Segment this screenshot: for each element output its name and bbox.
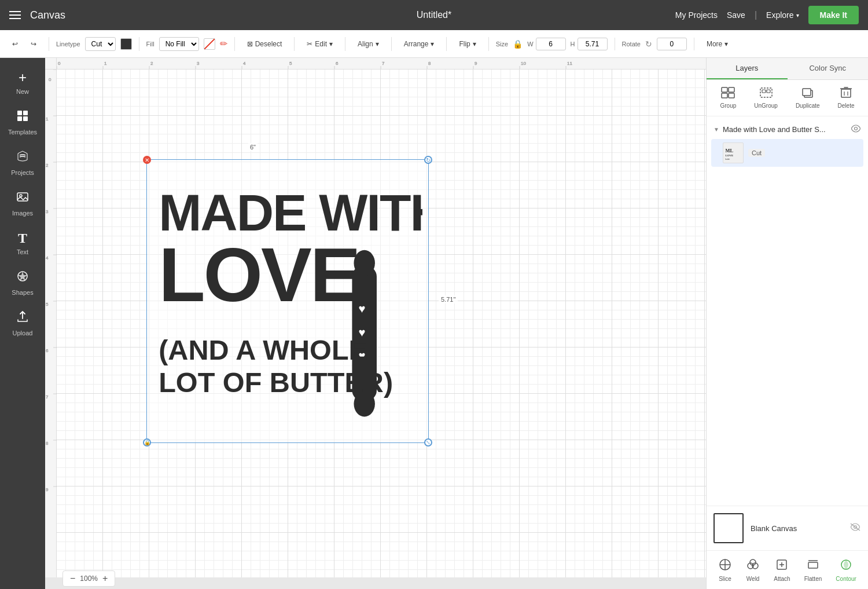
- design-element[interactable]: ✕ ↻ 🔒 ⤡ MADE WITH LOVE: [146, 159, 429, 443]
- svg-text:3: 3: [46, 209, 49, 214]
- handle-lock[interactable]: 🔒: [143, 438, 151, 447]
- svg-rect-0: [17, 111, 22, 115]
- sidebar-item-shapes[interactable]: Shapes: [0, 262, 45, 303]
- sidebar-item-projects-label: Projects: [11, 169, 34, 176]
- redo-button[interactable]: ↪: [25, 37, 42, 51]
- explore-button[interactable]: Explore ▾: [766, 10, 799, 20]
- deselect-button[interactable]: ⊠ Deselect: [242, 37, 288, 51]
- shapes-icon: [16, 269, 30, 287]
- arrange-chevron-icon: ▾: [431, 40, 434, 48]
- rotate-input[interactable]: [657, 38, 687, 50]
- deselect-group: ⊠ Deselect: [242, 37, 295, 51]
- sidebar-item-text[interactable]: T Text: [0, 224, 45, 262]
- svg-point-54: [354, 250, 374, 276]
- delete-button[interactable]: Delete: [833, 85, 859, 111]
- slice-button[interactable]: Slice: [713, 555, 737, 584]
- rotate-icon: ↻: [645, 39, 652, 49]
- handle-delete[interactable]: ✕: [143, 156, 151, 164]
- duplicate-icon: [801, 87, 815, 101]
- more-button[interactable]: More ▾: [701, 37, 733, 51]
- canvas-grid[interactable]: 6" ✕ ↻ 🔒 ⤡ MADE WITH: [57, 69, 706, 577]
- linetype-select[interactable]: Cut: [85, 37, 116, 51]
- svg-rect-1: [23, 111, 28, 115]
- sidebar-item-projects[interactable]: Projects: [0, 142, 45, 183]
- sidebar-item-new[interactable]: + New: [0, 63, 45, 102]
- lock-handle-icon: 🔒: [144, 440, 150, 445]
- flatten-button[interactable]: Flatten: [800, 555, 827, 584]
- sidebar-item-templates-label: Templates: [8, 129, 37, 136]
- undo-button[interactable]: ↩: [7, 37, 23, 51]
- fill-color-swatch[interactable]: [204, 38, 215, 50]
- handle-resize[interactable]: ⤡: [424, 438, 432, 447]
- rotate-handle-icon: ↻: [425, 157, 431, 163]
- attach-icon: [775, 558, 789, 575]
- svg-text:1: 1: [46, 116, 49, 122]
- tab-color-sync[interactable]: Color Sync: [788, 58, 869, 79]
- hamburger-menu[interactable]: [9, 11, 21, 19]
- linetype-color-swatch[interactable]: [120, 38, 132, 50]
- align-button[interactable]: Align ▾: [352, 37, 384, 51]
- zoom-in-button[interactable]: +: [100, 572, 110, 585]
- svg-rect-61: [722, 87, 727, 92]
- layer-thumbnail: ML LOVE butter: [723, 142, 744, 163]
- document-title[interactable]: Untitled*: [417, 10, 451, 20]
- svg-rect-64: [729, 93, 734, 98]
- duplicate-button[interactable]: Duplicate: [791, 85, 825, 111]
- canvas-area[interactable]: 0 1 2 3 4 5 6 7 8 9 10 11 0: [45, 58, 706, 589]
- zoom-out-button[interactable]: −: [68, 572, 78, 585]
- width-input[interactable]: [536, 38, 566, 50]
- layer-group-header[interactable]: ▼ Made with Love and Butter S...: [711, 121, 863, 138]
- sidebar-item-templates[interactable]: Templates: [0, 102, 45, 142]
- handle-rotate[interactable]: ↻: [424, 156, 432, 164]
- svg-text:5: 5: [289, 61, 292, 66]
- svg-text:7: 7: [382, 61, 385, 66]
- flip-group: Flip ▾: [454, 37, 488, 51]
- tab-layers[interactable]: Layers: [707, 58, 788, 79]
- sidebar-item-images[interactable]: Images: [0, 183, 45, 224]
- ungroup-button[interactable]: UnGroup: [749, 85, 782, 111]
- sidebar-item-images-label: Images: [12, 210, 33, 217]
- flip-button[interactable]: Flip ▾: [454, 37, 481, 51]
- weld-button[interactable]: Weld: [741, 555, 764, 584]
- layer-item[interactable]: ML LOVE butter Cut: [711, 139, 863, 167]
- layer-tree: ▼ Made with Love and Butter S... ML LOVE…: [707, 116, 868, 316]
- flip-chevron-icon: ▾: [473, 40, 476, 48]
- width-group: W: [527, 38, 565, 50]
- svg-text:0: 0: [49, 77, 52, 82]
- height-group: H: [571, 38, 608, 50]
- svg-rect-63: [722, 93, 727, 98]
- more-group: More ▾: [701, 37, 740, 51]
- arrange-button[interactable]: Arrange ▾: [399, 37, 440, 51]
- lock-icon: 🔒: [513, 39, 523, 49]
- svg-text:9: 9: [46, 487, 49, 492]
- make-it-button[interactable]: Make It: [808, 6, 859, 24]
- layer-visibility-button[interactable]: [851, 125, 861, 134]
- svg-rect-70: [841, 89, 851, 97]
- edit-icon: ✂: [307, 40, 312, 48]
- group-button[interactable]: Group: [716, 85, 741, 111]
- sidebar-item-text-label: Text: [17, 248, 28, 255]
- blank-canvas-visibility-button[interactable]: [849, 522, 861, 534]
- attach-button[interactable]: Attach: [769, 555, 795, 584]
- fill-group: Fill No Fill ✏: [146, 37, 235, 51]
- my-projects-button[interactable]: My Projects: [675, 10, 718, 20]
- main-layout: + New Templates Projects Images T Text: [0, 58, 868, 589]
- size-label: Size: [496, 41, 508, 47]
- contour-button[interactable]: Contour: [831, 555, 861, 584]
- sidebar-item-upload[interactable]: Upload: [0, 303, 45, 343]
- height-input[interactable]: [578, 38, 608, 50]
- svg-text:2: 2: [46, 163, 49, 168]
- edit-button[interactable]: ✂ Edit ▾: [301, 37, 338, 51]
- svg-text:3: 3: [197, 61, 200, 66]
- svg-text:(AND A WHOLE: (AND A WHOLE: [159, 334, 367, 365]
- navbar: Canvas Untitled* My Projects Save | Expl…: [0, 0, 868, 30]
- fill-select[interactable]: No Fill: [159, 37, 199, 51]
- svg-text:8: 8: [46, 441, 49, 446]
- pen-icon[interactable]: ✏: [220, 38, 227, 49]
- svg-rect-69: [803, 89, 811, 96]
- linetype-group: Linetype Cut: [56, 37, 139, 51]
- weld-icon: [746, 558, 760, 575]
- chevron-down-icon: ▼: [713, 126, 719, 133]
- ruler-vertical: 0 1 2 3 4 5 6 7 8 9: [45, 69, 57, 577]
- save-button[interactable]: Save: [727, 10, 745, 20]
